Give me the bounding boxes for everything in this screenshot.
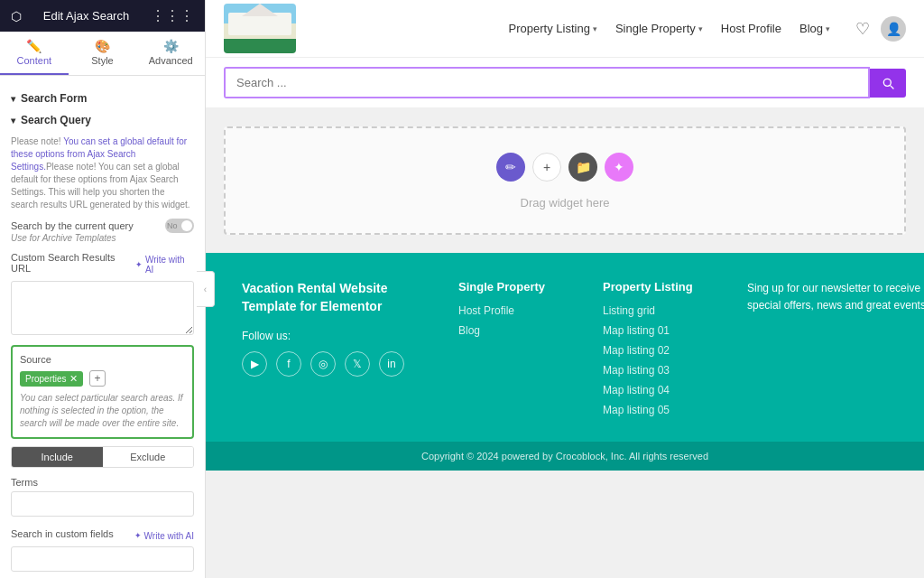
heart-icon[interactable]: ♡ <box>855 19 870 39</box>
tab-advanced[interactable]: ⚙️ Advanced <box>136 32 205 75</box>
properties-tag: Properties ✕ <box>20 371 83 387</box>
drag-icon-plus[interactable]: + <box>532 153 561 182</box>
social-facebook[interactable]: f <box>276 351 301 377</box>
search-input[interactable] <box>226 69 868 97</box>
add-source-tag[interactable]: + <box>89 370 106 387</box>
footer-listing-grid[interactable]: Listing grid <box>603 304 711 317</box>
search-button[interactable] <box>870 69 906 98</box>
nav-single-property-chevron: ▾ <box>698 24 703 33</box>
grid-icon[interactable]: ⋮⋮⋮ <box>151 7 194 24</box>
footer-host-profile-link[interactable]: Host Profile <box>458 304 567 317</box>
right-panel: Property Listing ▾ Single Property ▾ Hos… <box>206 0 924 578</box>
drag-icons-row: ✏ + 📁 ✦ <box>496 153 633 182</box>
source-tags-row: Properties ✕ + <box>20 370 185 387</box>
social-twitter[interactable]: 𝕏 <box>345 351 370 377</box>
navbar: Property Listing ▾ Single Property ▾ Hos… <box>206 0 924 58</box>
panel-collapse-arrow[interactable]: ‹ <box>197 271 215 307</box>
drag-widget-area: ✏ + 📁 ✦ Drag widget here <box>224 126 906 235</box>
search-input-wrap <box>224 67 870 98</box>
search-icon <box>881 76 895 90</box>
search-form-section[interactable]: Search Form <box>11 92 194 105</box>
social-linkedin[interactable]: in <box>379 351 404 377</box>
nav-single-property[interactable]: Single Property ▾ <box>608 18 710 39</box>
follow-label: Follow us: <box>242 330 422 342</box>
social-instagram[interactable]: ◎ <box>310 351 336 377</box>
custom-fields-write-ai[interactable]: Write with AI <box>134 531 194 541</box>
footer-map-listing-04[interactable]: Map listing 04 <box>603 384 711 396</box>
nav-host-profile[interactable]: Host Profile <box>714 18 789 39</box>
custom-url-label-row: Custom Search Results URL Write with AI <box>11 252 194 277</box>
write-ai-link[interactable]: Write with AI <box>135 255 194 275</box>
search-by-current-query-toggle[interactable]: No <box>165 219 194 233</box>
footer-map-listing-02[interactable]: Map listing 02 <box>603 344 711 357</box>
footer-map-listing-05[interactable]: Map listing 05 <box>603 404 711 416</box>
panel-body: Search Form Search Query Please note! Yo… <box>0 76 205 578</box>
panel-header: ⬡ Edit Ajax Search ⋮⋮⋮ <box>0 0 205 32</box>
footer: Vacation Rental Website Template for Ele… <box>206 253 924 471</box>
nav-icons: ♡ 👤 <box>855 16 906 42</box>
archive-templates-label: Use for Archive Templates <box>11 233 194 243</box>
content-icon: ✏️ <box>26 39 42 53</box>
footer-map-listing-01[interactable]: Map listing 01 <box>603 324 711 337</box>
search-area <box>206 58 924 108</box>
advanced-icon: ⚙️ <box>163 39 179 53</box>
source-box: Source Properties ✕ + You can select par… <box>11 345 194 439</box>
search-by-current-query-row: Search by the current query No <box>11 219 194 233</box>
footer-map-listing-03[interactable]: Map listing 03 <box>603 364 711 377</box>
footer-col-property-listing: Property Listing Listing grid Map listin… <box>603 280 711 424</box>
footer-col-single-property: Single Property Host Profile Blog <box>458 280 567 424</box>
tab-style[interactable]: 🎨 Style <box>69 32 137 75</box>
navbar-logo <box>224 4 296 53</box>
search-query-section[interactable]: Search Query <box>11 114 194 126</box>
nav-blog-chevron: ▾ <box>826 24 830 33</box>
include-exclude-toggle: Include Exclude <box>11 446 194 468</box>
panel-title: Edit Ajax Search <box>43 9 129 23</box>
panel-tabs: ✏️ Content 🎨 Style ⚙️ Advanced <box>0 32 205 76</box>
footer-main: Vacation Rental Website Template for Ele… <box>206 253 924 442</box>
search-query-note: Please note! You can set a global defaul… <box>11 135 194 211</box>
remove-properties-tag[interactable]: ✕ <box>69 373 78 385</box>
footer-social: ▶ f ◎ 𝕏 in <box>242 351 422 377</box>
include-button[interactable]: Include <box>12 447 103 467</box>
footer-newsletter: Sing up for our newsletter to receive sp… <box>747 280 924 424</box>
custom-fields-label-row: Search in custom fields Write with AI <box>11 528 194 543</box>
drag-widget-text: Drag widget here <box>521 196 610 210</box>
left-panel: ⬡ Edit Ajax Search ⋮⋮⋮ ✏️ Content 🎨 Styl… <box>0 0 206 578</box>
footer-blog-link[interactable]: Blog <box>458 324 567 337</box>
drag-icon-settings[interactable]: ✦ <box>605 153 633 182</box>
style-icon: 🎨 <box>95 39 110 53</box>
footer-bottom: Copyright © 2024 powered by Crocoblock, … <box>206 442 924 471</box>
user-icon[interactable]: 👤 <box>881 16 906 42</box>
tab-content[interactable]: ✏️ Content <box>0 32 69 75</box>
nav-links: Property Listing ▾ Single Property ▾ Hos… <box>502 18 837 39</box>
custom-fields-input[interactable] <box>11 546 194 572</box>
drag-icon-pencil[interactable]: ✏ <box>496 153 525 182</box>
custom-search-results-url-input[interactable] <box>11 281 194 335</box>
drag-icon-folder[interactable]: 📁 <box>568 153 597 182</box>
nav-property-listing-chevron: ▾ <box>593 24 597 33</box>
social-youtube[interactable]: ▶ <box>242 351 267 377</box>
nav-blog[interactable]: Blog ▾ <box>792 18 837 39</box>
exclude-button[interactable]: Exclude <box>103 447 194 467</box>
nav-property-listing[interactable]: Property Listing ▾ <box>502 18 605 39</box>
panel-logo: ⬡ <box>11 9 22 23</box>
footer-brand: Vacation Rental Website Template for Ele… <box>242 280 422 424</box>
terms-input[interactable] <box>11 491 194 517</box>
